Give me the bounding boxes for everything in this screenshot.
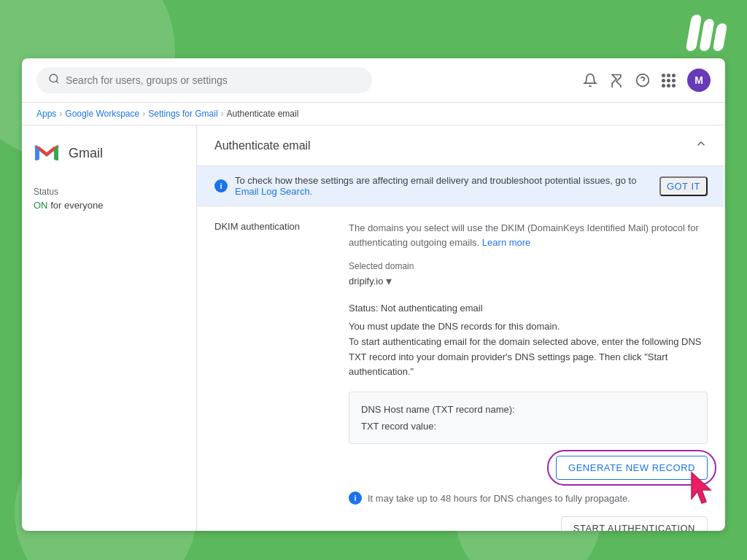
right-panel: Authenticate email i To check how these … xyxy=(197,125,725,531)
search-icon xyxy=(48,73,60,88)
selected-domain-dropdown[interactable]: dripify.io ▾ xyxy=(349,274,708,288)
auth-instructions-line1: You must update the DNS records for this… xyxy=(349,319,708,335)
top-bar: M xyxy=(22,58,725,103)
grid-dot xyxy=(667,74,670,77)
status-label-text: Status: xyxy=(349,303,378,314)
grid-dot xyxy=(662,79,665,82)
grid-dot xyxy=(662,74,665,77)
avatar[interactable]: M xyxy=(687,69,711,92)
main-card: M Apps › Google Workspace › Settings for… xyxy=(22,58,725,531)
status-suffix: for everyone xyxy=(50,200,103,211)
grid-dot xyxy=(672,74,676,77)
logo-stripe-2 xyxy=(699,19,715,51)
start-auth-area: START AUTHENTICATION xyxy=(349,516,708,531)
sidebar-app-header: Gmail xyxy=(34,140,185,166)
grid-dot xyxy=(667,79,670,82)
logo-stripe-3 xyxy=(713,23,728,51)
app-name: Gmail xyxy=(69,146,103,161)
breadcrumb-workspace[interactable]: Google Workspace xyxy=(65,109,139,119)
selected-domain-text: dripify.io xyxy=(349,276,383,287)
status-value-text: Not authenticating email xyxy=(381,303,482,314)
breadcrumb: Apps › Google Workspace › Settings for G… xyxy=(22,103,725,125)
generate-wrapper: GENERATE NEW RECORD xyxy=(556,456,708,480)
grid-dot xyxy=(662,84,665,88)
grid-dot xyxy=(672,79,676,82)
selected-domain-label: Selected domain xyxy=(349,261,708,271)
auth-instructions: You must update the DNS records for this… xyxy=(349,319,708,380)
dkim-content: The domains you select will use the DKIM… xyxy=(349,221,708,531)
section-header: Authenticate email xyxy=(197,125,725,166)
breadcrumb-settings-gmail[interactable]: Settings for Gmail xyxy=(148,109,217,119)
propagate-info-icon: i xyxy=(349,491,362,505)
breadcrumb-sep: › xyxy=(59,109,62,119)
breadcrumb-sep: › xyxy=(142,109,145,119)
breadcrumb-sep: › xyxy=(221,109,224,119)
svg-line-1 xyxy=(56,81,58,83)
help-icon[interactable] xyxy=(635,73,650,88)
svg-point-0 xyxy=(50,74,58,82)
breadcrumb-apps[interactable]: Apps xyxy=(36,109,56,119)
info-icon: i xyxy=(214,179,228,192)
info-banner: i To check how these settings are affect… xyxy=(197,166,725,206)
start-auth-button[interactable]: START AUTHENTICATION xyxy=(561,516,708,531)
dkim-section: DKIM authentication The domains you sele… xyxy=(197,206,725,531)
propagate-text: It may take up to 48 hours for DNS chang… xyxy=(368,493,630,504)
auth-status: Status: Not authenticating email xyxy=(349,303,708,314)
propagate-banner: i It may take up to 48 hours for DNS cha… xyxy=(349,491,708,505)
status-label: Status xyxy=(34,187,185,197)
email-log-search-link[interactable]: Email Log Search. xyxy=(235,186,312,197)
dkim-description: The domains you select will use the DKIM… xyxy=(349,221,708,249)
dkim-label: DKIM authentication xyxy=(214,221,331,531)
generate-new-record-button[interactable]: GENERATE NEW RECORD xyxy=(556,456,708,480)
grid-dot xyxy=(672,84,676,88)
top-logo xyxy=(689,15,725,51)
content-area: Gmail Status ON for everyone Authenticat… xyxy=(22,125,725,531)
dns-record-box: DNS Host name (TXT record name): TXT rec… xyxy=(349,392,708,444)
status-value: ON for everyone xyxy=(34,200,185,211)
info-text-content: To check how these settings are affectin… xyxy=(235,175,636,186)
search-box[interactable] xyxy=(36,67,372,93)
sidebar-status: Status ON for everyone xyxy=(34,181,185,217)
got-it-button[interactable]: GOT IT xyxy=(659,176,708,196)
dkim-learn-more-link[interactable]: Learn more xyxy=(482,237,530,248)
txt-record-row: TXT record value: xyxy=(361,421,695,432)
info-text: To check how these settings are affectin… xyxy=(235,175,659,197)
grid-icon[interactable] xyxy=(662,74,676,88)
search-input[interactable] xyxy=(66,74,360,86)
grid-dot xyxy=(667,84,670,88)
dropdown-arrow-icon: ▾ xyxy=(386,274,392,288)
gmail-logo xyxy=(34,140,60,166)
collapse-icon[interactable] xyxy=(694,137,708,154)
info-banner-left: i To check how these settings are affect… xyxy=(214,175,659,197)
status-on: ON xyxy=(34,200,48,211)
top-bar-icons: M xyxy=(583,69,711,92)
auth-instructions-line2: To start authenticating email for the do… xyxy=(349,335,708,380)
hourglass-icon[interactable] xyxy=(609,73,624,88)
bell-icon[interactable] xyxy=(583,73,597,88)
generate-btn-area: GENERATE NEW RECORD xyxy=(349,456,708,480)
section-title: Authenticate email xyxy=(214,139,311,152)
dns-host-row: DNS Host name (TXT record name): xyxy=(361,404,695,415)
breadcrumb-current: Authenticate email xyxy=(227,109,299,119)
left-sidebar: Gmail Status ON for everyone xyxy=(22,125,197,531)
